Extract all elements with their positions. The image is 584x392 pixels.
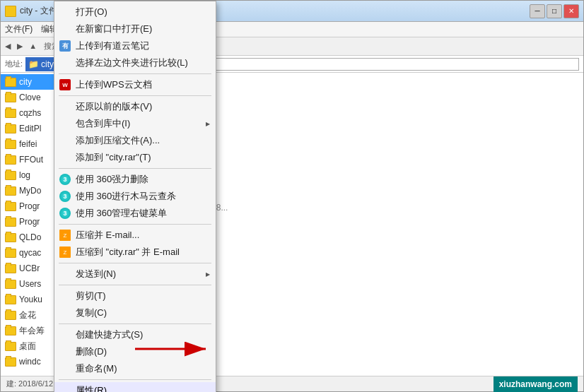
brand-badge: xiuzhanwang.com: [494, 376, 578, 392]
ctx-360-delete-label: 使用 360强力删除: [76, 173, 148, 186]
ctx-upload-youdao-label: 上传到有道云笔记: [76, 40, 149, 52]
file-item-label: 年会筹: [19, 325, 45, 337]
ctx-restore[interactable]: 还原以前的版本(V): [54, 98, 216, 115]
folder-icon-city: [5, 78, 16, 87]
ctx-add-city-rar[interactable]: 添加到 "city.rar"(T): [54, 149, 216, 166]
file-item-label: Users: [19, 279, 41, 289]
folder-icon: [5, 342, 16, 351]
ctx-copy[interactable]: 复制(C): [54, 304, 216, 321]
file-item-label: MyDo: [19, 186, 41, 196]
divider: [59, 263, 211, 263]
folder-icon: [5, 218, 16, 227]
ctx-add-zip[interactable]: 添加到压缩文件(A)...: [54, 132, 216, 149]
address-folder-selected[interactable]: 📁 city: [25, 57, 57, 71]
ctx-delete-label: 删除(D): [76, 345, 107, 358]
ctx-compare-left-label: 选择左边文件夹进行比较(L): [76, 57, 188, 69]
zip-logo2: Z: [59, 247, 71, 258]
360-scan-icon: 3: [59, 190, 71, 203]
folder-icon: [5, 93, 16, 102]
folder-icon: [5, 264, 16, 273]
maximize-button[interactable]: □: [547, 4, 562, 18]
folder-icon: [5, 249, 16, 258]
file-item-label-city: city: [19, 77, 32, 87]
ctx-include-library-label: 包含到库中(I): [76, 117, 130, 130]
ctx-360-delete[interactable]: 3 使用 360强力删除: [54, 171, 216, 188]
brand-text: xiuzhanwang.com: [499, 379, 572, 389]
ctx-open-label: 打开(O): [76, 6, 107, 18]
title-folder-icon: [5, 6, 16, 17]
youdao-icon: 有: [59, 40, 71, 52]
folder-icon: [5, 140, 16, 149]
folder-icon: [5, 155, 16, 165]
ctx-360-scan-label: 使用 360进行木马云查杀: [76, 190, 176, 203]
folder-icon: [5, 357, 16, 367]
ctx-include-library[interactable]: 包含到库中(I): [54, 115, 216, 132]
ctx-open-new-window[interactable]: 在新窗口中打开(E): [54, 20, 216, 37]
ctx-compress-city-email[interactable]: Z 压缩到 "city.rar" 并 E-mail: [54, 244, 216, 261]
ctx-properties[interactable]: 属性(R): [54, 382, 216, 392]
file-item-label: Clove: [19, 93, 41, 102]
divider: [59, 285, 211, 285]
folder-icon: [5, 186, 16, 196]
context-menu: 打开(O) 在新窗口中打开(E) 有 上传到有道云笔记 选择左边文件夹进行比较(…: [54, 1, 216, 392]
ctx-360-menu-label: 使用 360管理右键菜单: [76, 207, 167, 220]
ctx-send-to-label: 发送到(N): [76, 268, 116, 280]
360-logo: 3: [59, 174, 71, 185]
file-item-label: Youku: [19, 295, 42, 304]
close-button[interactable]: ✕: [563, 4, 579, 18]
360-logo3: 3: [59, 208, 71, 219]
zip-logo: Z: [59, 230, 71, 241]
minimize-button[interactable]: ─: [530, 4, 545, 18]
360-delete-icon: 3: [59, 173, 71, 186]
ctx-copy-label: 复制(C): [76, 307, 107, 319]
explorer-window: city - 文件夹 ─ □ ✕ 文件(F) 编辑(E) 查看(V) 工具(T)…: [0, 0, 584, 392]
divider: [59, 224, 211, 225]
file-item-label: UCBr: [19, 263, 40, 273]
ctx-rename-label: 重命名(M): [76, 362, 117, 375]
ctx-compress-city-email-label: 压缩到 "city.rar" 并 E-mail: [76, 246, 180, 259]
toolbar-back[interactable]: ◀ ▶ ▲: [5, 42, 37, 51]
ctx-compress-email-label: 压缩并 E-mail...: [76, 229, 139, 242]
address-label: 地址:: [5, 59, 23, 69]
divider: [59, 379, 211, 380]
file-item-label: log: [19, 170, 30, 180]
ctx-create-shortcut-label: 创建快捷方式(S): [76, 328, 143, 341]
ctx-properties-label: 属性(R): [76, 384, 107, 392]
folder-icon: [5, 311, 16, 320]
ctx-upload-wps-label: 上传到WPS云文档: [76, 78, 152, 91]
folder-icon: [5, 280, 16, 289]
youdao-logo: 有: [59, 40, 71, 52]
ctx-send-to[interactable]: 发送到(N): [54, 266, 216, 283]
360-logo2: 3: [59, 191, 71, 202]
ctx-upload-youdao[interactable]: 有 上传到有道云笔记: [54, 37, 216, 54]
file-item-label: windc: [19, 357, 41, 367]
divider: [59, 168, 211, 169]
ctx-compare-left[interactable]: 选择左边文件夹进行比较(L): [54, 54, 216, 71]
divider: [59, 73, 211, 74]
file-item-label: EditPl: [19, 124, 41, 133]
ctx-rename[interactable]: 重命名(M): [54, 360, 216, 377]
folder-icon: [5, 295, 16, 304]
divider: [59, 95, 211, 96]
folder-icon: [5, 202, 16, 211]
address-folder-text: city: [41, 59, 54, 69]
ctx-360-scan[interactable]: 3 使用 360进行木马云查杀: [54, 188, 216, 205]
ctx-cut-label: 剪切(T): [76, 290, 106, 302]
divider: [59, 323, 211, 324]
ctx-upload-wps[interactable]: W 上传到WPS云文档: [54, 76, 216, 93]
file-item-label: qycac: [19, 248, 41, 258]
wps-logo: W: [59, 79, 71, 90]
menu-file[interactable]: 文件(F): [5, 23, 33, 35]
ctx-add-zip-label: 添加到压缩文件(A)...: [76, 134, 160, 147]
wps-icon: W: [59, 78, 71, 91]
file-item-label: 金花: [19, 309, 36, 321]
file-item-label: 桌面: [19, 340, 36, 352]
ctx-compress-email[interactable]: Z 压缩并 E-mail...: [54, 227, 216, 244]
folder-icon: [5, 171, 16, 180]
title-bar-controls: ─ □ ✕: [530, 4, 579, 18]
file-item-label: feifei: [19, 139, 37, 149]
ctx-cut[interactable]: 剪切(T): [54, 287, 216, 304]
ctx-360-menu[interactable]: 3 使用 360管理右键菜单: [54, 205, 216, 222]
status-date: 建: 2018/6/12: [6, 379, 53, 389]
ctx-open[interactable]: 打开(O): [54, 4, 216, 20]
